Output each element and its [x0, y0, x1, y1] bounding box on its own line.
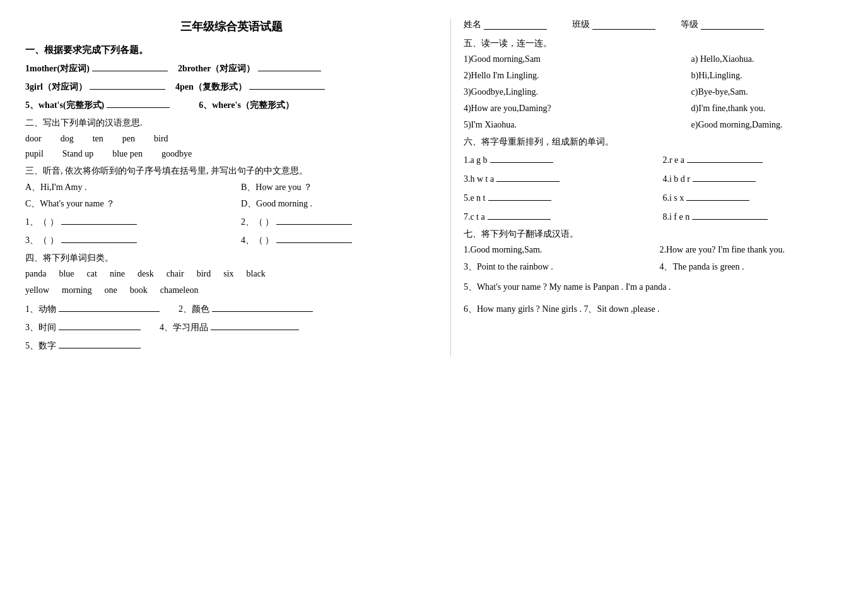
- rearrange2-blank[interactable]: [687, 153, 763, 163]
- cw-bird: bird: [197, 269, 211, 279]
- translate-2: 2.How are you? I'm fine thank you.: [659, 245, 843, 255]
- pair5-left: 5)I'm Xiaohua.: [464, 120, 672, 130]
- rearrange-row4: 7.c t a 8.i f e n: [464, 210, 843, 222]
- word-pupil: pupil: [25, 149, 44, 159]
- cw-yellow: yellow: [25, 285, 49, 295]
- section3-optC: C、What's your name ？: [25, 198, 222, 210]
- reading-pair4: 4)How are you,Daming? d)I'm fine,thank y…: [464, 104, 843, 114]
- section2-title: 二、写出下列单词的汉语意思.: [25, 117, 438, 129]
- cw-one: one: [105, 285, 117, 295]
- rearrange6-blank[interactable]: [686, 191, 749, 201]
- cw-blue: blue: [59, 269, 74, 279]
- word-door: door: [25, 134, 42, 144]
- name-blank[interactable]: [484, 20, 547, 30]
- cat-animal-blank[interactable]: [59, 302, 160, 312]
- blank3-input[interactable]: [61, 233, 137, 243]
- pair3-right: c)Bye-bye,Sam.: [691, 87, 843, 97]
- blank-1: 1、（ ）: [25, 215, 222, 228]
- reading-pair5: 5)I'm Xiaohua. e)Good morning,Daming.: [464, 120, 843, 130]
- section5-title: 五、读一读，连一连。: [464, 38, 843, 49]
- rearrange-7: 7.c t a: [464, 210, 644, 222]
- translate-5: 5、What's your name ? My name is Panpan .…: [464, 279, 843, 295]
- rearrange8-blank[interactable]: [692, 210, 768, 220]
- grade-blank[interactable]: [701, 20, 764, 30]
- rearrange-6: 6.i s x: [662, 191, 843, 203]
- pair4-right: d)I'm fine,thank you.: [691, 104, 843, 114]
- translate-4: 4、The panda is green .: [659, 261, 843, 273]
- pair4-left: 4)How are you,Daming?: [464, 104, 672, 114]
- section4-words: panda blue cat nine desk chair bird six …: [25, 269, 438, 279]
- blank-4: 4、（ ）: [241, 233, 438, 246]
- section1-row2: 3girl（对应词） 4pen（复数形式）: [25, 80, 438, 93]
- cat-school: 4、学习用品: [160, 320, 299, 333]
- cat-color: 2、颜色: [179, 302, 313, 315]
- blank2-input[interactable]: [276, 215, 352, 225]
- section3-blanks2: 3、（ ） 4、（ ）: [25, 233, 438, 246]
- word-standup: Stand up: [62, 149, 93, 159]
- word-ten: ten: [93, 134, 103, 144]
- pair1-left: 1)Good morning,Sam: [464, 54, 672, 64]
- translate-6: 6、How many girls ? Nine girls . 7、Sit do…: [464, 301, 843, 317]
- pair1-right: a) Hello,Xiaohua.: [691, 54, 843, 64]
- cat-color-blank[interactable]: [212, 302, 313, 312]
- section3-title: 三、听音, 依次将你听到的句子序号填在括号里, 并写出句子的中文意思。: [25, 165, 438, 177]
- rearrange-4: 4.i b d r: [662, 172, 843, 184]
- pair5-right: e)Good morning,Daming.: [691, 120, 843, 130]
- rearrange-2: 2.r e a: [662, 153, 843, 165]
- section3-optB: B、How are you ？: [241, 182, 438, 193]
- cw-morning: morning: [62, 285, 91, 295]
- cw-desk: desk: [138, 269, 154, 279]
- q3-blank[interactable]: [90, 80, 165, 90]
- cat-animal: 1、动物: [25, 302, 160, 315]
- q2-blank[interactable]: [258, 61, 321, 71]
- rearrange1-blank[interactable]: [490, 153, 553, 163]
- rearrange7-blank[interactable]: [488, 210, 551, 220]
- rearrange4-blank[interactable]: [693, 172, 756, 182]
- word-goodbye: goodbye: [161, 149, 192, 159]
- word-bluepen: blue pen: [112, 149, 143, 159]
- section4-title: 四、将下列单词归类。: [25, 253, 438, 264]
- cat-school-blank[interactable]: [211, 320, 299, 330]
- section1-row1: 1mother(对应词) 2brother（对应词）: [25, 61, 438, 74]
- page-title: 三年级综合英语试题: [25, 19, 438, 34]
- section3-options2: C、What's your name ？ D、Good morning .: [25, 198, 438, 210]
- blank4-input[interactable]: [276, 233, 352, 243]
- cat-time: 3、时间: [25, 320, 141, 333]
- blank1-input[interactable]: [61, 215, 137, 225]
- translate-row2: 3、Point to the rainbow . 4、The panda is …: [464, 261, 843, 273]
- q4-blank[interactable]: [249, 80, 325, 90]
- section3-optA: A、Hi,I'm Amy .: [25, 182, 222, 193]
- rearrange-1: 1.a g b: [464, 153, 644, 165]
- reading-pair3: 3)Goodbye,Lingling. c)Bye-bye,Sam.: [464, 87, 843, 97]
- q5-blank[interactable]: [107, 98, 170, 108]
- translate-1: 1.Good morning,Sam.: [464, 245, 647, 255]
- cat-number-blank[interactable]: [59, 338, 141, 348]
- q4-label: 4pen（复数形式）: [175, 80, 325, 93]
- pair3-left: 3)Goodbye,Lingling.: [464, 87, 672, 97]
- rearrange3-blank[interactable]: [496, 172, 560, 182]
- rearrange-row2: 3.h w t a 4.i b d r: [464, 172, 843, 184]
- rearrange-row3: 5.e n t 6.i s x: [464, 191, 843, 203]
- pair2-right: b)Hi,Lingling.: [691, 71, 843, 81]
- blank-2: 2、（ ）: [241, 215, 438, 228]
- name-field: 姓名: [464, 19, 547, 30]
- word-pen: pen: [122, 134, 135, 144]
- class-blank[interactable]: [592, 20, 655, 30]
- word-bird: bird: [154, 134, 168, 144]
- q1-blank[interactable]: [92, 61, 168, 71]
- cw-chair: chair: [167, 269, 184, 279]
- rearrange-3: 3.h w t a: [464, 172, 644, 184]
- rearrange-5: 5.e n t: [464, 191, 644, 203]
- rearrange5-blank[interactable]: [488, 191, 551, 201]
- q2-label: 2brother（对应词）: [178, 61, 321, 74]
- section1-row3: 5、what's(完整形式) 6、where's（完整形式）: [25, 98, 438, 111]
- cat-number: 5、数字: [25, 338, 141, 352]
- section2-words: door dog ten pen bird: [25, 134, 438, 144]
- q6-label: 6、where's（完整形式）: [199, 100, 294, 111]
- section3-options: A、Hi,I'm Amy . B、How are you ？: [25, 182, 438, 193]
- section2-words2: pupil Stand up blue pen goodbye: [25, 149, 438, 159]
- section7-items: 1.Good morning,Sam. 2.How are you? I'm f…: [464, 245, 843, 317]
- rearrange-row1: 1.a g b 2.r e a: [464, 153, 843, 165]
- q3-label: 3girl（对应词）: [25, 80, 165, 93]
- cat-time-blank[interactable]: [59, 320, 141, 330]
